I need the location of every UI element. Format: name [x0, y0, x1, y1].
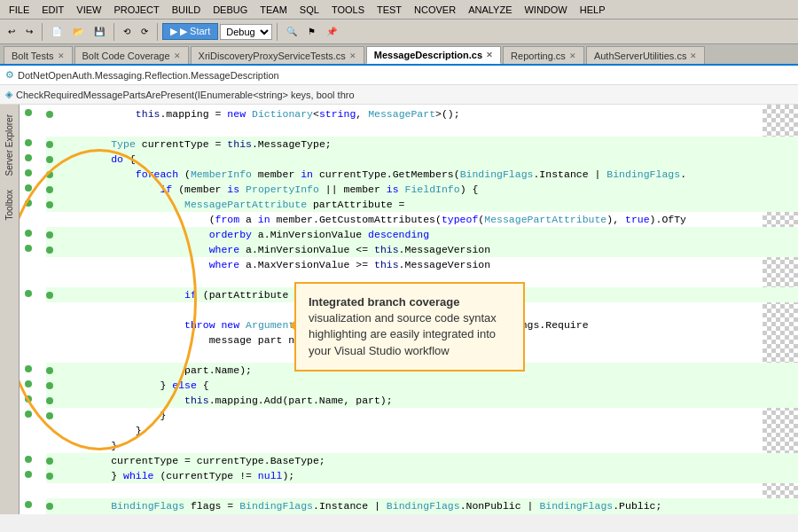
menu-team[interactable]: TEAM: [254, 3, 293, 17]
cov-indicator: [46, 382, 53, 389]
coverage-dot: [25, 184, 32, 192]
menu-window[interactable]: WINDOW: [519, 3, 572, 17]
tab-bolt-code-coverage-close[interactable]: ✕: [174, 51, 181, 60]
main-layout: Server Explorer Toolbox this.mapping = n…: [0, 105, 798, 514]
cov-indicator: [46, 458, 53, 465]
cov-indicator: [46, 503, 53, 510]
debug-config-select[interactable]: Debug: [220, 24, 272, 40]
code-line-text: orderby a.MinVersionValue descending: [59, 227, 429, 242]
tab-bolt-tests-label: Bolt Tests: [12, 51, 54, 61]
code-line-text: } else {: [59, 378, 209, 393]
code-line-text: }: [59, 423, 142, 438]
coverage-dot: [25, 411, 32, 418]
code-line-text: BindingFlags flags = BindingFlags.Instan…: [59, 498, 661, 513]
cov-dot-space: [46, 167, 59, 182]
menu-file[interactable]: FILE: [4, 3, 35, 17]
menu-build[interactable]: BUILD: [167, 3, 206, 17]
code-line: this.mapping.Add(part.Name, part);: [46, 393, 798, 408]
code-line-text: MessagePartAttribute partAttribute =: [59, 197, 404, 212]
redo2-button[interactable]: ⟳: [137, 24, 153, 39]
play-icon: ▶: [170, 26, 177, 37]
coverage-dot: [25, 456, 32, 463]
coverage-dot: [25, 290, 32, 297]
code-line: } while (currentType != null);: [46, 468, 798, 483]
start-label: ▶ Start: [180, 26, 210, 37]
coverage-dot: [25, 109, 32, 116]
coverage-dot: [25, 154, 32, 161]
undo2-button[interactable]: ⟲: [119, 24, 135, 39]
cov-dot-space: [46, 152, 59, 167]
code-line-text: this.mapping = new Dictionary<string, Me…: [59, 106, 460, 121]
code-line-text: this.Constructors = this.MessageType.Get…: [59, 513, 478, 514]
cov-dot-space: [46, 137, 59, 152]
code-line: [46, 483, 798, 498]
code-line: }: [46, 423, 798, 438]
code-line: this.mapping = new Dictionary<string, Me…: [46, 106, 798, 121]
pin-button[interactable]: 📌: [322, 24, 341, 39]
tab-message-description[interactable]: MessageDescription.cs ✕: [366, 46, 501, 64]
cov-indicator: [46, 201, 53, 208]
cov-dot-space: [46, 106, 59, 121]
tab-auth-server[interactable]: AuthServerUtilities.cs ✕: [586, 46, 706, 64]
tab-xri-close[interactable]: ✕: [349, 51, 356, 60]
toolbar-sep-4: [277, 23, 278, 41]
tab-message-description-close[interactable]: ✕: [486, 51, 493, 59]
undo-button[interactable]: ↩: [4, 24, 20, 39]
coverage-dot: [25, 395, 32, 403]
tab-bolt-tests[interactable]: Bolt Tests ✕: [4, 46, 73, 64]
code-line-text: do {: [59, 152, 136, 167]
new-button[interactable]: 📄: [47, 24, 66, 39]
bookmark-button[interactable]: ⚑: [303, 24, 320, 39]
coverage-dot: [25, 230, 32, 237]
cov-indicator: [46, 141, 53, 148]
search-button[interactable]: 🔍: [282, 24, 301, 39]
menu-project[interactable]: PROJECT: [108, 3, 164, 17]
coverage-dot: [25, 169, 32, 176]
toolbar-sep-1: [42, 23, 43, 41]
sidebar-item-server-explorer[interactable]: Server Explorer: [2, 108, 17, 182]
cov-indicator: [46, 156, 53, 163]
cov-dot-space: [46, 453, 59, 468]
sidebar-item-toolbox[interactable]: Toolbox: [2, 184, 17, 226]
redo-button[interactable]: ↪: [21, 24, 37, 39]
tab-auth-server-close[interactable]: ✕: [690, 51, 697, 60]
coverage-dot: [25, 365, 32, 372]
coverage-dot: [25, 245, 32, 252]
tab-bolt-code-coverage[interactable]: Bolt Code Coverage ✕: [74, 46, 189, 64]
menu-tools[interactable]: TOOLS: [326, 3, 370, 17]
code-line: Type currentType = this.MessageType;: [46, 137, 798, 152]
cov-dot-space: [46, 182, 59, 197]
cov-dot-space: [46, 197, 59, 212]
menu-analyze[interactable]: ANALYZE: [463, 3, 517, 17]
menu-debug[interactable]: DEBUG: [207, 3, 253, 17]
callout-body: visualization and source code syntax hig…: [309, 311, 497, 356]
breadcrumb-icon-2: ◈: [5, 89, 12, 100]
menu-ncover[interactable]: NCOVER: [409, 3, 461, 17]
menu-view[interactable]: VIEW: [71, 3, 106, 17]
toolbar-sep-3: [157, 23, 158, 41]
menu-help[interactable]: HELP: [575, 3, 611, 17]
cov-indicator: [46, 292, 53, 299]
open-button[interactable]: 📂: [68, 24, 88, 39]
code-line: } else {: [46, 378, 798, 393]
cov-dot-space: [46, 513, 59, 514]
tab-reporting[interactable]: Reporting.cs ✕: [503, 46, 584, 64]
cov-dot-space: [46, 363, 59, 378]
cov-indicator: [46, 231, 53, 239]
start-button[interactable]: ▶ ▶ Start: [162, 23, 218, 40]
tab-reporting-close[interactable]: ✕: [569, 51, 576, 60]
tab-bolt-tests-close[interactable]: ✕: [58, 51, 65, 60]
code-line: where a.MinVersionValue <= this.MessageV…: [46, 242, 798, 257]
menu-edit[interactable]: EDIT: [36, 3, 69, 17]
tab-xri[interactable]: XriDiscoveryProxyServiceTests.cs ✕: [191, 46, 364, 64]
cov-dot-space: [46, 393, 59, 408]
cov-dot-space: [46, 287, 59, 302]
coverage-dot: [25, 380, 32, 387]
editor-area[interactable]: this.mapping = new Dictionary<string, Me…: [20, 105, 798, 514]
menu-test[interactable]: TEST: [372, 3, 407, 17]
menu-sql[interactable]: SQL: [294, 3, 325, 17]
coverage-dot: [25, 471, 32, 478]
save-button[interactable]: 💾: [90, 24, 109, 39]
code-line: [46, 121, 798, 137]
breadcrumb-bar-1: ⚙ DotNetOpenAuth.Messaging.Reflection.Me…: [0, 66, 798, 85]
